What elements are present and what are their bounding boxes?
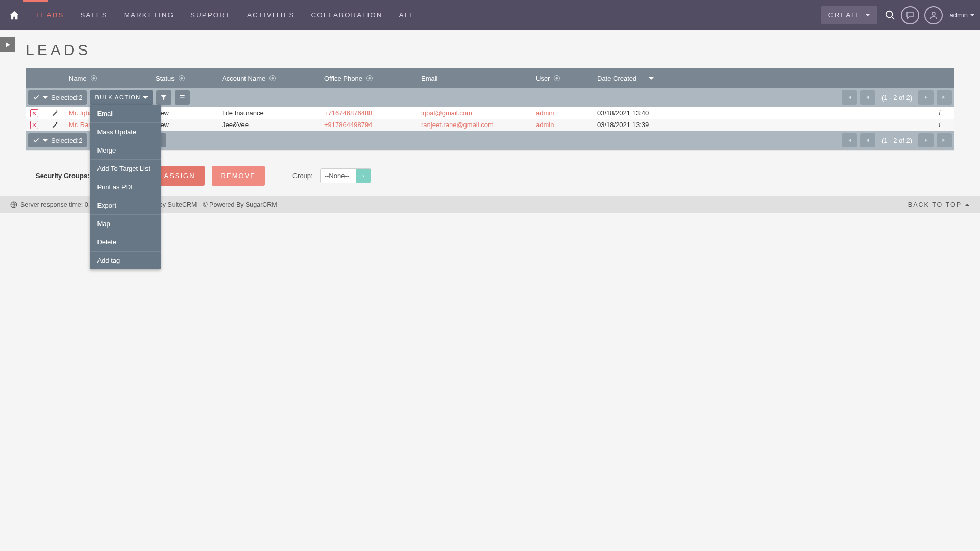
back-to-top[interactable]: BACK TO TOP <box>908 201 970 208</box>
select-pill[interactable]: Selected:2 <box>28 133 87 147</box>
footer-sugar: © Powered By SugarCRM <box>203 201 277 208</box>
sort-desc-icon <box>649 77 654 80</box>
sort-icon <box>554 75 560 81</box>
lead-date: 03/18/2021 13:40 <box>597 109 649 117</box>
nav-item-collaboration[interactable]: COLLABORATION <box>303 0 391 30</box>
lead-account: Jee&Vee <box>222 121 324 129</box>
col-account[interactable]: Account Name <box>222 74 324 82</box>
group-label: Group: <box>292 172 313 180</box>
selected-count: Selected:2 <box>51 94 82 102</box>
page-title: LEADS <box>26 41 954 59</box>
pager-prev[interactable] <box>860 133 875 147</box>
nav-list: LEADSSALESMARKETINGSUPPORTACTIVITIESCOLL… <box>28 0 422 30</box>
caret-down-icon <box>865 14 870 16</box>
bulk-action-button[interactable]: BULK ACTION <box>90 90 153 105</box>
col-date[interactable]: Date Created <box>597 74 954 82</box>
lead-account: Life Insurance <box>222 109 324 117</box>
remove-button[interactable]: REMOVE <box>212 166 265 186</box>
pager-next[interactable] <box>918 133 934 147</box>
create-button[interactable]: CREATE <box>821 6 877 24</box>
create-label: CREATE <box>828 11 862 19</box>
bulk-item-export[interactable]: Export <box>90 196 161 213</box>
top-nav: LEADSSALESMARKETINGSUPPORTACTIVITIESCOLL… <box>0 0 980 30</box>
table-body: Mr. IqbalNewLife Insurance+716746876488i… <box>26 107 954 131</box>
col-name[interactable]: Name <box>69 74 156 82</box>
check-icon <box>33 94 40 101</box>
assign-button[interactable]: ASSIGN <box>155 166 204 186</box>
sort-icon <box>91 75 97 81</box>
nav-item-support[interactable]: SUPPORT <box>182 0 239 30</box>
caret-up-icon <box>965 204 970 206</box>
pager-prev[interactable] <box>860 90 875 105</box>
bulk-item-merge[interactable]: Merge <box>90 141 161 159</box>
columns-button[interactable] <box>175 90 190 105</box>
bulk-item-add-to-target-list[interactable]: Add To Target List <box>90 159 161 178</box>
chat-icon[interactable] <box>901 6 919 24</box>
pager-last[interactable] <box>937 90 952 105</box>
row-delete[interactable] <box>30 121 38 129</box>
group-select[interactable] <box>320 168 371 183</box>
caret-down-icon <box>43 139 48 142</box>
profile-icon[interactable] <box>924 6 943 24</box>
pager-last[interactable] <box>937 133 952 147</box>
lead-user-link[interactable]: admin <box>536 109 554 117</box>
col-status[interactable]: Status <box>156 74 222 82</box>
nav-item-sales[interactable]: SALES <box>72 0 116 30</box>
pager-first[interactable] <box>842 90 857 105</box>
user-name: admin <box>950 11 968 19</box>
info-icon[interactable]: i <box>939 120 947 129</box>
lead-email-link[interactable]: iqbal@gmail.com <box>421 109 472 117</box>
search-icon[interactable] <box>885 10 896 21</box>
side-flyout-toggle[interactable] <box>0 37 15 52</box>
bulk-item-email[interactable]: Email <box>90 105 161 122</box>
pager-first[interactable] <box>842 133 857 147</box>
pager-next[interactable] <box>918 90 934 105</box>
action-bar-top: Selected:2 BULK ACTION (1 - 2 of 2) <box>26 88 954 107</box>
caret-down-icon <box>970 14 975 16</box>
response-time: Server response time: 0.2 <box>20 201 93 208</box>
sort-icon <box>270 75 276 81</box>
bulk-label: BULK ACTION <box>95 94 140 101</box>
security-groups-row: Security Groups: ASSIGN REMOVE Group: <box>36 166 954 186</box>
col-user[interactable]: User <box>536 74 597 82</box>
bulk-item-mass-update[interactable]: Mass Update <box>90 122 161 141</box>
nav-item-all[interactable]: ALL <box>390 0 422 30</box>
row-delete[interactable] <box>30 109 38 117</box>
page-range: (1 - 2 of 2) <box>881 94 912 102</box>
lead-user-link[interactable]: admin <box>536 121 554 129</box>
lead-email-link[interactable]: ranjeet.rane@gmail.com <box>421 121 494 129</box>
security-label: Security Groups: <box>36 172 89 180</box>
home-icon[interactable] <box>9 10 20 21</box>
action-bar-bottom: Selected:2 (1 - 2 of 2) <box>26 131 954 150</box>
row-edit[interactable] <box>52 110 59 117</box>
group-dropdown-toggle[interactable] <box>356 169 371 183</box>
page-range: (1 - 2 of 2) <box>881 137 912 144</box>
info-icon[interactable]: i <box>939 109 947 117</box>
leads-grid: Name Status Account Name Office Phone Em… <box>26 68 954 151</box>
col-phone[interactable]: Office Phone <box>324 74 421 82</box>
filter-button[interactable] <box>156 90 172 105</box>
lead-status: New <box>156 121 222 129</box>
svg-point-0 <box>886 11 892 17</box>
check-icon <box>33 137 40 144</box>
caret-down-icon <box>43 96 48 99</box>
select-pill[interactable]: Selected:2 <box>28 90 87 105</box>
lead-date: 03/18/2021 13:39 <box>597 121 649 129</box>
lead-phone-link[interactable]: +716746876488 <box>324 109 372 117</box>
nav-item-marketing[interactable]: MARKETING <box>116 0 182 30</box>
nav-item-leads[interactable]: LEADS <box>28 0 72 30</box>
sort-icon <box>366 75 373 81</box>
table-row: Mr. IqbalNewLife Insurance+716746876488i… <box>26 107 954 119</box>
col-email[interactable]: Email <box>421 74 536 82</box>
user-menu[interactable]: admin <box>950 11 975 19</box>
svg-point-1 <box>932 12 935 15</box>
row-edit[interactable] <box>52 121 59 129</box>
nav-item-activities[interactable]: ACTIVITIES <box>239 0 303 30</box>
sort-icon <box>179 75 185 81</box>
table-header: Name Status Account Name Office Phone Em… <box>26 68 954 88</box>
bulk-item-print-as-pdf[interactable]: Print as PDF <box>90 178 161 196</box>
table-row: Mr. RanjeetNewJee&Vee+917864498794ranjee… <box>26 119 954 131</box>
selected-count: Selected:2 <box>51 137 82 144</box>
lead-phone-link[interactable]: +917864498794 <box>324 121 372 129</box>
group-input[interactable] <box>321 169 356 183</box>
